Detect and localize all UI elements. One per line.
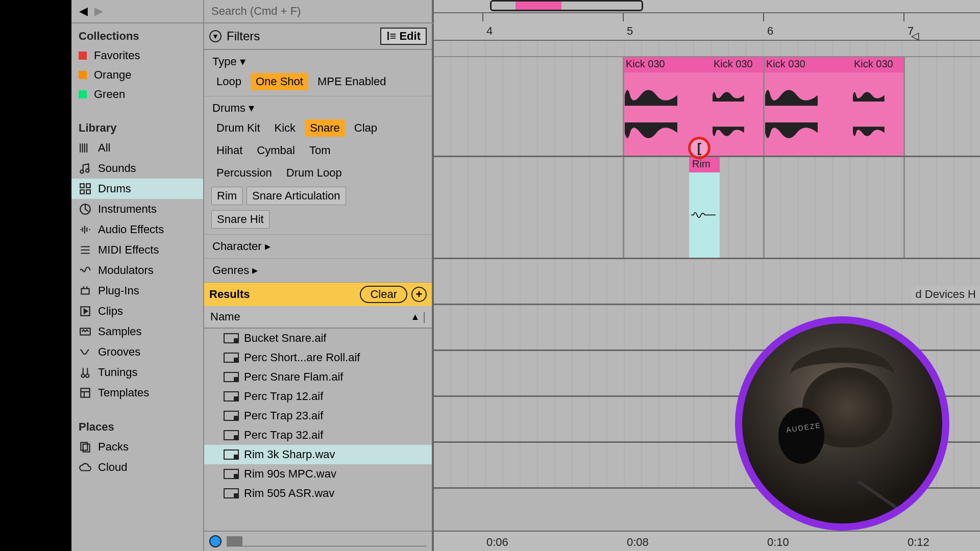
nav-forward-button[interactable]: ▶ <box>91 4 106 19</box>
preview-play-button[interactable] <box>209 535 222 547</box>
samples-icon <box>79 325 92 338</box>
clear-filters-button[interactable]: Clear <box>360 286 407 303</box>
filter-group-type[interactable]: Type ▾ <box>209 53 427 70</box>
svg-point-10 <box>81 374 85 378</box>
audio-file-icon <box>224 469 239 479</box>
collection-item-green[interactable]: Green <box>71 85 203 104</box>
browser-content: Search (Cmd + F) ▼ Filters ⁞≡ Edit Type … <box>204 0 434 551</box>
library-item-grooves[interactable]: Grooves <box>71 342 203 362</box>
audio-clip-rim[interactable]: Rim <box>689 157 720 258</box>
library-item-audio-effects[interactable]: Audio Effects <box>71 219 203 240</box>
filter-tag-percussion[interactable]: Percussion <box>211 164 277 182</box>
search-input[interactable]: Search (Cmd + F) <box>204 0 434 23</box>
places-item-cloud[interactable]: Cloud <box>71 457 203 478</box>
add-button[interactable]: + <box>411 287 427 302</box>
library-item-templates[interactable]: Templates <box>71 383 203 403</box>
filter-tag-hihat[interactable]: Hihat <box>211 142 248 159</box>
time-marker: 0:08 <box>627 536 649 549</box>
bar-marker: 5 <box>627 24 633 38</box>
result-row[interactable]: Bucket Snare.aif <box>204 329 432 348</box>
filter-tag-loop[interactable]: Loop <box>211 73 247 90</box>
library-item-sounds[interactable]: Sounds <box>71 158 203 179</box>
filter-tag-kick[interactable]: Kick <box>270 119 301 137</box>
bar-marker: 4 <box>486 24 493 38</box>
audio-clip-kick[interactable]: Kick 030 <box>710 57 763 156</box>
time-ruler[interactable]: 0:060:080:100:12 <box>434 531 980 551</box>
arrangement-overview[interactable] <box>434 0 980 13</box>
collection-item-favorites[interactable]: Favorites <box>71 46 203 65</box>
collections-heading: Collections <box>71 23 203 46</box>
track-1[interactable] <box>434 41 980 57</box>
tunings-icon <box>79 366 92 379</box>
audio-clip-kick[interactable]: Kick 030 <box>851 57 903 156</box>
library-item-midi-effects[interactable]: MIDI Effects <box>71 240 203 260</box>
results-column-header[interactable]: Name ▲ | <box>204 306 432 329</box>
filter-tag-one-shot[interactable]: One Shot <box>251 73 308 90</box>
result-row[interactable]: Rim 90s MPC.wav <box>204 464 432 484</box>
audio-file-icon <box>224 333 239 343</box>
filter-tag-snare[interactable]: Snare <box>305 119 345 137</box>
preview-bar <box>204 531 432 551</box>
result-row[interactable]: Rim 3k Sharp.wav <box>204 445 432 464</box>
library-item-modulators[interactable]: Modulators <box>71 260 203 281</box>
modulators-icon <box>79 264 92 277</box>
library-item-all[interactable]: All <box>71 138 203 158</box>
sounds-icon <box>79 162 92 175</box>
filter-tag-tom[interactable]: Tom <box>304 142 336 159</box>
all-icon <box>79 141 92 155</box>
sort-asc-icon: ▲ <box>410 312 420 322</box>
preview-waveform[interactable] <box>227 536 427 546</box>
library-item-samples[interactable]: Samples <box>71 321 203 342</box>
track-3[interactable] <box>434 259 980 305</box>
edit-icon: ⁞≡ <box>386 30 397 43</box>
svg-rect-2 <box>80 184 84 188</box>
time-marker: 0:06 <box>486 536 508 549</box>
library-item-drums[interactable]: Drums <box>71 179 203 199</box>
result-row[interactable]: Perc Trap 23.aif <box>204 406 432 425</box>
plug-ins-icon <box>79 284 92 297</box>
library-item-clips[interactable]: Clips <box>71 301 203 321</box>
result-row[interactable]: Perc Trap 32.aif <box>204 425 432 445</box>
result-row[interactable]: Perc Trap 12.aif <box>204 387 432 406</box>
filter-tag-drum-loop[interactable]: Drum Loop <box>281 164 347 182</box>
color-swatch-icon <box>79 52 87 60</box>
filter-tag-clap[interactable]: Clap <box>349 119 382 137</box>
filters-toggle-icon[interactable]: ▼ <box>209 30 222 42</box>
filter-group-drums[interactable]: Drums ▾ <box>209 99 427 117</box>
audio-file-icon <box>224 430 239 440</box>
result-row[interactable]: Perc Snare Flam.aif <box>204 367 432 387</box>
filter-tag-drum-kit[interactable]: Drum Kit <box>211 119 265 137</box>
library-item-plug-ins[interactable]: Plug-Ins <box>71 281 203 301</box>
grooves-icon <box>79 345 92 359</box>
filter-group-character[interactable]: Character ▸ <box>209 238 427 255</box>
devices-drop-hint: d Devices H <box>911 286 980 303</box>
audio-file-icon <box>224 449 239 460</box>
filter-tag-rim[interactable]: Rim <box>211 187 242 205</box>
edit-filters-button[interactable]: ⁞≡ Edit <box>380 28 427 45</box>
bar-marker: 7 <box>908 24 914 38</box>
filter-group-genres[interactable]: Genres ▸ <box>209 262 427 279</box>
library-item-tunings[interactable]: Tunings <box>71 362 203 383</box>
filter-tag-snare-hit[interactable]: Snare Hit <box>211 210 270 229</box>
instruments-icon <box>79 203 92 216</box>
midi-effects-icon <box>79 243 92 257</box>
audio-file-icon <box>224 372 239 382</box>
result-row[interactable]: Perc Short...are Roll.aif <box>204 348 432 367</box>
results-title: Results <box>209 288 250 301</box>
places-heading: Places <box>71 414 203 437</box>
collection-item-orange[interactable]: Orange <box>71 65 203 85</box>
drums-icon <box>79 182 92 195</box>
nav-back-button[interactable]: ◀ <box>76 4 91 19</box>
library-item-instruments[interactable]: Instruments <box>71 199 203 219</box>
filter-tag-mpe-enabled[interactable]: MPE Enabled <box>312 73 391 90</box>
audio-clip-kick[interactable]: Kick 030 <box>763 57 851 156</box>
places-item-packs[interactable]: Packs <box>71 437 203 457</box>
filter-tag-snare-articulation[interactable]: Snare Articulation <box>247 187 346 205</box>
bar-ruler[interactable]: ◁ 4567 <box>434 13 980 41</box>
bar-marker: 6 <box>767 24 773 38</box>
filter-tag-cymbal[interactable]: Cymbal <box>252 142 300 159</box>
svg-rect-12 <box>81 388 89 397</box>
result-row[interactable]: Rim 505 ASR.wav <box>204 484 432 503</box>
svg-point-1 <box>86 169 89 172</box>
track-rim[interactable]: Rim <box>434 157 980 259</box>
